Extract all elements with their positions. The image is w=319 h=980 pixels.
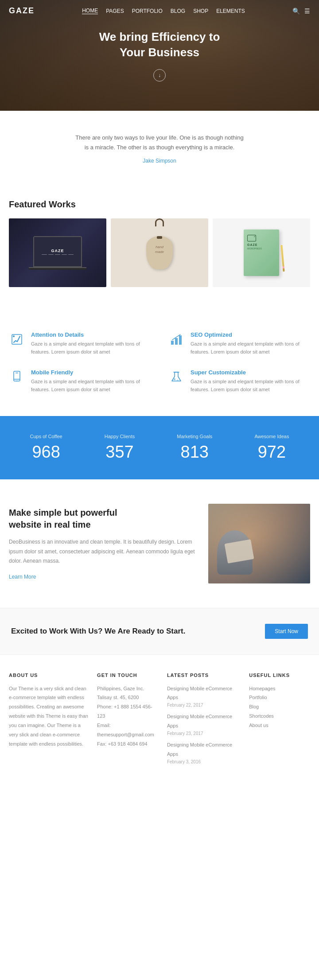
feature-seo: SEO Optimized Gaze is a simple and elega…: [168, 331, 310, 356]
stat-ideas: Awesome Ideas 972: [254, 434, 289, 462]
featured-works-title: Featured Works: [9, 199, 310, 210]
footer-post-3-title[interactable]: Designing Mobile eCommerce Apps: [167, 740, 240, 759]
svg-rect-8: [16, 373, 18, 373]
footer-post-1-title[interactable]: Designing Mobile eCommerce Apps: [167, 684, 240, 703]
attention-icon: [9, 331, 25, 347]
svg-point-10: [174, 378, 175, 380]
cta-text: Excited to Work With Us? We Are Ready to…: [11, 627, 185, 636]
feature-custom: Super Customizable Gaze is a simple and …: [168, 369, 310, 393]
navbar: GAZE HOME PAGES PORTFOLIO BLOG SHOP ELEM…: [0, 0, 319, 22]
feature-seo-desc: Gaze is a simple and elegant template wi…: [191, 340, 310, 356]
footer-link-homepages[interactable]: Homepages: [249, 684, 310, 693]
stat-coffee-label: Cups of Coffee: [30, 434, 62, 439]
footer: ABOUT US Our Theme is a very slick and c…: [0, 655, 319, 782]
feature-seo-title: SEO Optimized: [191, 331, 310, 338]
feature-mobile: Mobile Friendly Gaze is a simple and ele…: [9, 369, 151, 393]
feature-attention-content: Attention to Details Gaze is a simple an…: [31, 331, 151, 356]
stat-coffee-value: 968: [30, 443, 62, 462]
bag-handle: [155, 218, 164, 226]
footer-phone: Phone: +1 888 1554 456-123: [97, 702, 158, 721]
stats-section: Cups of Coffee 968 Happy Clients 357 Mar…: [0, 416, 319, 479]
stat-goals: Marketing Goals 813: [177, 434, 212, 462]
quote-text: There are only two ways to live your lif…: [35, 133, 284, 152]
site-logo[interactable]: GAZE: [9, 6, 35, 16]
nav-blog[interactable]: BLOG: [171, 8, 185, 14]
footer-address: Philippines, Gaze Inc.: [97, 684, 158, 693]
stat-ideas-value: 972: [254, 443, 289, 462]
about-section: Make simple but powerfulwebsite in real …: [0, 479, 319, 608]
nav-elements[interactable]: ELEMENTS: [216, 8, 245, 14]
nav-home[interactable]: HOME: [82, 8, 98, 14]
svg-point-7: [16, 381, 17, 381]
footer-link-portfolio[interactable]: Portfolio: [249, 693, 310, 702]
bag-body: hand made: [146, 236, 173, 269]
seo-icon: [168, 331, 184, 347]
quote-author[interactable]: Jake Simpson: [143, 158, 176, 164]
bag-tie: [157, 236, 162, 239]
footer-email: Email: themesupport@gmail.com: [97, 721, 158, 739]
stat-coffee: Cups of Coffee 968: [30, 434, 62, 462]
footer-about: ABOUT US Our Theme is a very slick and c…: [9, 673, 88, 769]
footer-post-2-title[interactable]: Designing Mobile eCommerce Apps: [167, 712, 240, 731]
svg-rect-3: [175, 338, 178, 345]
book-pencil: [280, 245, 284, 272]
about-desc: DeoBusiness is an innovative and clean t…: [9, 537, 195, 566]
footer-fax: Fax: +63 918 4084 694: [97, 739, 158, 749]
footer-link-shortcodes[interactable]: Shortcodes: [249, 712, 310, 721]
flask-icon: [168, 369, 184, 385]
features-grid: Attention to Details Gaze is a simple an…: [9, 331, 310, 393]
feature-attention-title: Attention to Details: [31, 331, 151, 338]
work-item-book[interactable]: GAZE WORDPRESS: [213, 218, 310, 287]
about-title: Make simple but powerfulwebsite in real …: [9, 507, 195, 531]
footer-about-title: ABOUT US: [9, 673, 88, 678]
menu-icon[interactable]: ☰: [304, 8, 310, 15]
hero-content: We bring Efficiency to Your Business ↓: [99, 29, 220, 82]
start-now-button[interactable]: Start Now: [265, 624, 308, 639]
feature-custom-title: Super Customizable: [191, 369, 310, 376]
footer-about-text: Our Theme is a very slick and clean e-co…: [9, 684, 88, 749]
footer-posts: LATEST POSTS Designing Mobile eCommerce …: [167, 673, 240, 769]
featured-works-section: Featured Works GAZE hand made: [0, 186, 319, 309]
footer-grid: ABOUT US Our Theme is a very slick and c…: [9, 673, 310, 769]
about-text: Make simple but powerfulwebsite in real …: [9, 507, 195, 580]
learn-more-link[interactable]: Learn More: [9, 574, 36, 580]
stat-clients-label: Happy Clients: [105, 434, 135, 439]
hero-title: We bring Efficiency to Your Business: [99, 29, 220, 60]
footer-contact-title: GET IN TOUCH: [97, 673, 158, 678]
works-grid: GAZE hand made: [9, 218, 310, 287]
footer-contact: GET IN TOUCH Philippines, Gaze Inc. Tali…: [97, 673, 158, 769]
footer-link-about[interactable]: About us: [249, 721, 310, 730]
quote-section: There are only two ways to live your lif…: [0, 111, 319, 186]
book-cover: GAZE WORDPRESS: [244, 229, 279, 276]
nav-portfolio[interactable]: PORTFOLIO: [132, 8, 163, 14]
footer-city: Talisay st. 45, 6200: [97, 693, 158, 702]
cta-section: Excited to Work With Us? We Are Ready to…: [0, 608, 319, 655]
stat-clients-value: 357: [105, 443, 135, 462]
footer-links: USEFUL LINKS Homepages Portfolio Blog Sh…: [249, 673, 310, 769]
stat-clients: Happy Clients 357: [105, 434, 135, 462]
svg-point-1: [13, 335, 15, 337]
book-cover-icon: [247, 235, 256, 241]
footer-links-title: USEFUL LINKS: [249, 673, 310, 678]
laptop-base: [29, 267, 86, 270]
scroll-down-button[interactable]: ↓: [153, 69, 166, 82]
footer-posts-title: LATEST POSTS: [167, 673, 240, 678]
footer-link-blog[interactable]: Blog: [249, 702, 310, 712]
nav-icons: 🔍 ☰: [292, 8, 310, 15]
feature-mobile-content: Mobile Friendly Gaze is a simple and ele…: [31, 369, 151, 393]
footer-post-3-date: February 3, 2016: [167, 759, 240, 764]
feature-custom-desc: Gaze is a simple and elegant template wi…: [191, 378, 310, 393]
nav-shop[interactable]: SHOP: [193, 8, 208, 14]
stat-goals-value: 813: [177, 443, 212, 462]
search-icon[interactable]: 🔍: [292, 8, 300, 15]
about-image: [208, 504, 310, 583]
laptop-visual: GAZE: [33, 236, 82, 267]
feature-attention: Attention to Details Gaze is a simple an…: [9, 331, 151, 356]
svg-point-11: [177, 380, 179, 381]
work-item-laptop[interactable]: GAZE: [9, 218, 106, 287]
work-item-bag[interactable]: hand made: [111, 218, 208, 287]
chevron-down-icon: ↓: [158, 72, 161, 78]
nav-pages[interactable]: PAGES: [106, 8, 124, 14]
feature-mobile-title: Mobile Friendly: [31, 369, 151, 376]
nav-links: HOME PAGES PORTFOLIO BLOG SHOP ELEMENTS: [82, 8, 245, 14]
